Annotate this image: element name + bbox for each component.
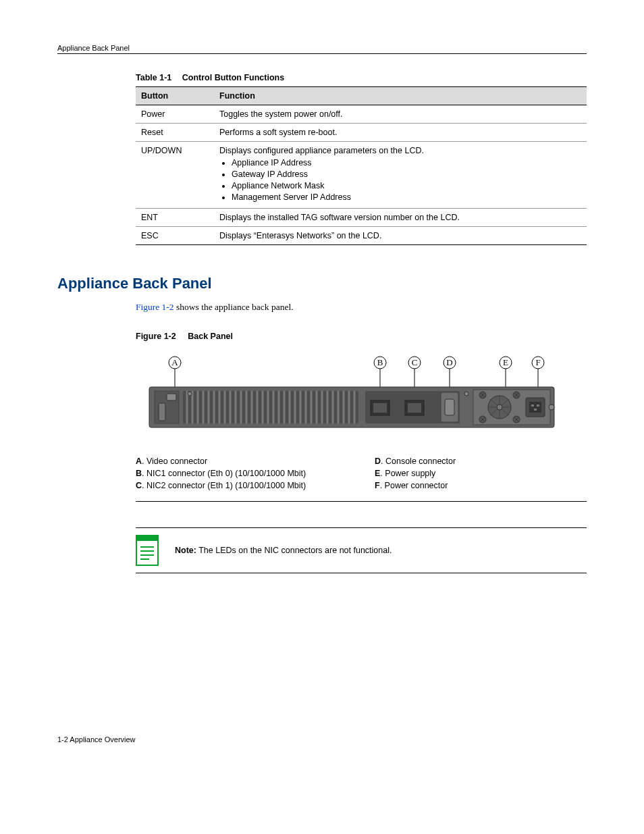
svg-rect-54 [408,403,421,413]
table-caption: Table 1-1 Control Button Functions [136,73,587,82]
legend-item: C. NIC2 connector (Eth 1) (10/100/1000 M… [136,481,348,490]
table-row: Reset Performs a soft system re-boot. [136,124,587,142]
figure-caption: Figure 1-2 Back Panel [136,332,587,341]
svg-rect-84 [136,536,158,541]
callout-e: E [503,357,508,367]
legend-item: B. NIC1 connector (Eth 0) (10/100/1000 M… [136,469,348,478]
intro-paragraph: Figure 1‑2 shows the appliance back pane… [136,302,587,313]
page-footer: 1-2 Appliance Overview [57,735,587,744]
note-block: Note: The LEDs on the NIC connectors are… [136,527,587,573]
cell-button: ENT [136,209,214,227]
table-row: ENT Displays the installed TAG software … [136,209,587,227]
note-label: Note: [175,546,196,555]
cell-function: Displays “Enterasys Networks” on the LCD… [214,227,587,245]
cell-function: Toggles the system power on/off. [214,105,587,124]
th-function: Function [214,87,587,105]
note-body: The LEDs on the NIC connectors are not f… [196,546,392,555]
svg-rect-78 [529,402,541,413]
svg-point-76 [497,405,502,410]
svg-rect-56 [445,399,454,415]
svg-rect-49 [159,403,165,421]
legend-item: F. Power connector [375,481,587,490]
table-caption-number: Table 1-1 [136,73,171,82]
note-icon [136,535,159,566]
callout-f: F [535,357,540,367]
figure-legend: A. Video connector B. NIC1 connector (Et… [136,444,587,502]
cell-function-list: Appliance IP Address Gateway IP Address … [219,158,581,202]
back-panel-figure: A B C D E F [136,355,587,444]
table-row: ESC Displays “Enterasys Networks” on the… [136,227,587,245]
svg-point-82 [549,405,554,410]
list-item: Management Server IP Address [232,192,581,202]
page-header: Appliance Back Panel [57,44,587,54]
cell-function: Performs a soft system re-boot. [214,124,587,142]
callout-c: C [412,357,418,367]
th-button: Button [136,87,214,105]
cell-function-text: Displays configured appliance parameters… [219,146,424,155]
legend-col-right: D. Console connector E. Power supply F. … [375,454,587,493]
cell-button: ESC [136,227,214,245]
callout-d: D [446,357,452,367]
section-heading: Appliance Back Panel [57,275,587,292]
cell-function: Displays the installed TAG software vers… [214,209,587,227]
svg-rect-48 [167,394,176,400]
list-item: Appliance IP Address [232,158,581,167]
cell-button: UP/DOWN [136,142,214,209]
figure-caption-title: Back Panel [188,332,233,341]
callout-a: A [171,357,178,367]
cell-function: Displays configured appliance parameters… [214,142,587,209]
note-text: Note: The LEDs on the NIC connectors are… [175,546,392,555]
svg-point-50 [188,392,192,396]
figure-cross-reference[interactable]: Figure 1‑2 [136,302,174,312]
svg-rect-52 [373,403,387,413]
legend-item: A. Video connector [136,457,348,466]
list-item: Appliance Network Mask [232,181,581,190]
svg-point-57 [464,392,468,396]
cell-button: Power [136,105,214,124]
figure-caption-number: Figure 1-2 [136,332,176,341]
intro-text: shows the appliance back panel. [174,302,294,312]
list-item: Gateway IP Address [232,170,581,179]
legend-item: D. Console connector [375,457,587,466]
svg-rect-80 [537,405,539,407]
svg-rect-79 [531,405,534,407]
back-panel-svg: A B C D E F [136,355,568,442]
svg-rect-81 [534,409,537,411]
table-row: Power Toggles the system power on/off. [136,105,587,124]
table-row: UP/DOWN Displays configured appliance pa… [136,142,587,209]
control-button-table: Button Function Power Toggles the system… [136,86,587,245]
callout-b: B [377,357,383,367]
legend-col-left: A. Video connector B. NIC1 connector (Et… [136,454,348,493]
legend-item: E. Power supply [375,469,587,478]
table-caption-title: Control Button Functions [182,73,284,82]
cell-button: Reset [136,124,214,142]
